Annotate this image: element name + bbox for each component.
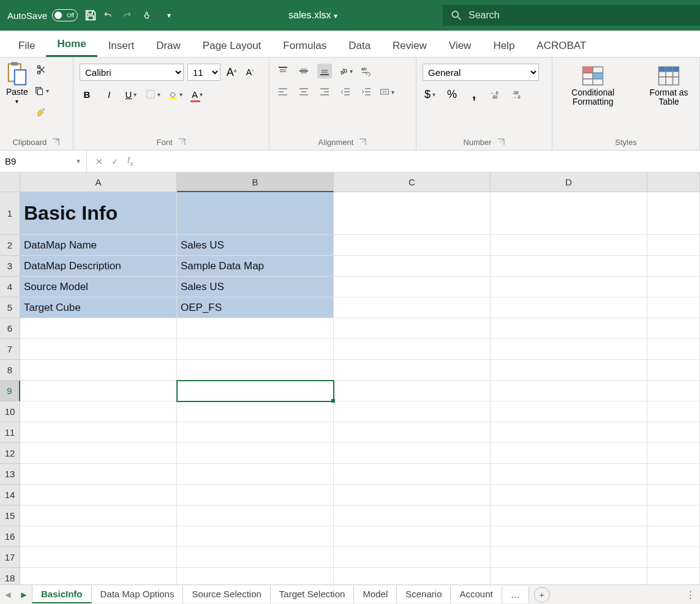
cell[interactable] [491, 277, 647, 297]
tab-options-icon[interactable]: ⋮ [681, 589, 700, 600]
cell[interactable] [647, 318, 700, 339]
cell[interactable] [334, 401, 491, 422]
ribbon-tab-review[interactable]: Review [382, 35, 438, 57]
wrap-text-icon[interactable]: ab [359, 64, 374, 78]
format-painter-icon[interactable] [34, 104, 49, 119]
cell[interactable]: Source Model [20, 277, 177, 297]
cell[interactable] [647, 443, 700, 464]
cell[interactable]: OEP_FS [177, 297, 334, 318]
ribbon-tab-acrobat[interactable]: ACROBAT [525, 35, 597, 57]
cell[interactable] [20, 422, 177, 443]
cell[interactable] [647, 235, 700, 256]
comma-format-icon[interactable]: , [467, 87, 481, 102]
cell[interactable] [177, 318, 334, 339]
align-center-icon[interactable] [296, 84, 311, 99]
row-header[interactable]: 10 [0, 401, 20, 422]
customize-qat-icon[interactable]: ▾ [162, 9, 176, 22]
cell[interactable]: Basic Info [20, 192, 177, 235]
cell[interactable] [20, 485, 177, 505]
cell[interactable] [491, 318, 647, 339]
cell[interactable] [334, 422, 491, 443]
new-sheet-button[interactable]: + [534, 587, 550, 603]
cell[interactable] [20, 381, 177, 401]
decrease-indent-icon[interactable] [338, 84, 353, 99]
cell[interactable] [491, 464, 647, 485]
cell[interactable] [491, 192, 647, 235]
cell[interactable]: Sales US [177, 277, 334, 297]
row-header[interactable]: 13 [0, 464, 20, 485]
cell[interactable] [647, 256, 700, 277]
cell[interactable] [334, 505, 491, 526]
row-header[interactable]: 3 [0, 256, 20, 277]
select-all-corner[interactable] [0, 173, 20, 192]
cell[interactable] [491, 568, 647, 584]
cell[interactable] [177, 360, 334, 381]
column-header[interactable]: C [334, 173, 491, 192]
dialog-launcher-icon[interactable] [497, 138, 505, 146]
ribbon-tab-formulas[interactable]: Formulas [272, 35, 337, 57]
conditional-formatting-button[interactable]: Conditional Formatting [556, 64, 630, 108]
sheet-tab[interactable]: Source Selection [183, 586, 270, 603]
cell[interactable] [491, 339, 647, 360]
cell[interactable] [20, 547, 177, 568]
cell[interactable] [177, 485, 334, 505]
cell[interactable] [647, 422, 700, 443]
cell[interactable] [334, 297, 491, 318]
enter-formula-icon[interactable]: ✓ [111, 157, 119, 166]
align-left-icon[interactable] [276, 84, 290, 99]
cell[interactable] [177, 443, 334, 464]
ribbon-tab-draw[interactable]: Draw [145, 35, 192, 57]
cell[interactable] [647, 485, 700, 505]
copy-icon[interactable] [34, 83, 49, 98]
cell[interactable] [491, 443, 647, 464]
cell[interactable] [20, 339, 177, 360]
row-header[interactable]: 15 [0, 505, 20, 526]
cell[interactable] [334, 526, 491, 547]
redo-icon[interactable] [123, 9, 137, 22]
increase-font-icon[interactable]: A^ [224, 65, 239, 80]
decrease-decimal-icon[interactable]: .00→.0 [511, 87, 525, 102]
cell[interactable] [647, 547, 700, 568]
cell[interactable] [647, 401, 700, 422]
cell[interactable] [334, 256, 491, 277]
sheet-nav-next-icon[interactable]: ► [16, 589, 32, 600]
cell[interactable] [177, 381, 334, 401]
cell[interactable] [647, 505, 700, 526]
cell[interactable] [491, 360, 647, 381]
row-header[interactable]: 16 [0, 526, 20, 547]
row-header[interactable]: 17 [0, 547, 20, 568]
cancel-formula-icon[interactable]: ✕ [96, 157, 103, 166]
cell[interactable] [20, 401, 177, 422]
row-header[interactable]: 12 [0, 443, 20, 464]
cell[interactable]: DataMap Name [20, 235, 177, 256]
cell[interactable] [491, 256, 647, 277]
column-header[interactable]: B [177, 173, 334, 192]
cell[interactable] [647, 568, 700, 584]
cell[interactable] [334, 235, 491, 256]
cell[interactable] [491, 235, 647, 256]
cell[interactable] [334, 360, 491, 381]
row-header[interactable]: 14 [0, 485, 20, 505]
cell[interactable] [20, 568, 177, 584]
accounting-format-icon[interactable]: $ [423, 87, 437, 102]
align-middle-icon[interactable] [296, 64, 311, 78]
cell[interactable] [647, 360, 700, 381]
dialog-launcher-icon[interactable] [51, 138, 60, 146]
ribbon-tab-home[interactable]: Home [46, 33, 97, 57]
increase-decimal-icon[interactable]: ←.0.00 [489, 87, 503, 102]
row-header[interactable]: 6 [0, 318, 20, 339]
autosave-toggle[interactable]: AutoSave Off [7, 9, 78, 21]
sheet-tab[interactable]: Target Selection [271, 586, 355, 603]
cell[interactable] [334, 381, 491, 401]
cell[interactable] [334, 192, 491, 235]
row-header[interactable]: 7 [0, 339, 20, 360]
cell[interactable] [334, 547, 491, 568]
cell[interactable] [334, 318, 491, 339]
underline-button[interactable]: U [124, 87, 138, 102]
cell[interactable] [20, 318, 177, 339]
cell[interactable]: Target Cube [20, 297, 177, 318]
toggle-off-icon[interactable]: Off [52, 9, 78, 21]
sheet-tab[interactable]: Data Map Options [92, 586, 184, 603]
cell[interactable] [491, 297, 647, 318]
decrease-font-icon[interactable]: Aˇ [243, 65, 257, 80]
